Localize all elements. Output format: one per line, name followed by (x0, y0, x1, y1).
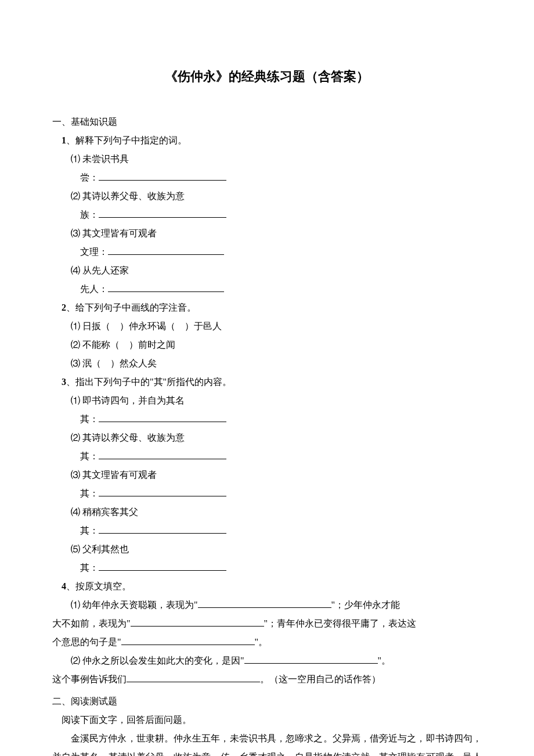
q4-1-blank1[interactable] (198, 599, 331, 608)
q1-3-label: ⑶ 其文理皆有可观者 (52, 224, 482, 243)
q1-1-label: ⑴ 未尝识书具 (52, 150, 482, 168)
q4-2c: 这个事例告诉我们 (52, 674, 127, 684)
q1-1-fieldname: 尝： (80, 172, 99, 182)
q3-2-blank[interactable] (99, 450, 226, 459)
q3-5-label: ⑸ 父利其然也 (52, 540, 482, 559)
q2-3: ⑶ 泯（ ）然众人矣 (52, 354, 482, 373)
q4-1-blank2[interactable] (131, 617, 264, 627)
q4-text: 、按原文填空。 (66, 581, 131, 591)
q3-2-field: 其： (52, 447, 482, 466)
q4-1-line3: 个意思的句子是""。 (52, 633, 482, 651)
q3-4-blank[interactable] (99, 524, 226, 534)
q2-1: ⑴ 日扳（ ）仲永环谒（ ）于邑人 (52, 317, 482, 336)
q1-3-blank[interactable] (108, 246, 224, 255)
q4-1-blank3[interactable] (121, 636, 255, 645)
q4-2-blank1[interactable] (244, 654, 378, 664)
q2-number: 2 (62, 303, 66, 312)
q3-5-fieldname: 其： (80, 563, 99, 573)
reading-instruction: 阅读下面文字，回答后面问题。 (52, 711, 482, 729)
q2-heading: 2、给下列句子中画线的字注音。 (52, 298, 482, 317)
q1-1-field: 尝： (52, 168, 482, 187)
q4-1d: "；青年仲永已变得很平庸了，表达这 (264, 618, 417, 628)
section-2-heading: 二、阅读测试题 (52, 692, 482, 711)
q1-4-blank[interactable] (108, 283, 224, 292)
q4-1e: 个意思的句子是" (52, 637, 121, 647)
q3-heading: 3、指出下列句子中的"其"所指代的内容。 (52, 373, 482, 391)
q3-3-fieldname: 其： (80, 488, 99, 498)
q3-1-blank[interactable] (99, 413, 226, 422)
q3-4-label: ⑷ 稍稍宾客其父 (52, 503, 482, 521)
q1-2-field: 族： (52, 206, 482, 224)
q3-3-label: ⑶ 其文理皆有可观者 (52, 466, 482, 484)
q1-4-label: ⑷ 从先人还家 (52, 261, 482, 280)
q1-2-label: ⑵ 其诗以养父母、收族为意 (52, 187, 482, 206)
q3-4-fieldname: 其： (80, 525, 99, 535)
q1-4-fieldname: 先人： (80, 284, 108, 294)
q3-text: 、指出下列句子中的"其"所指代的内容。 (66, 377, 232, 387)
q3-5-blank[interactable] (99, 561, 226, 571)
q4-1a: ⑴ 幼年仲永天资聪颖，表现为" (71, 600, 198, 610)
section-1-heading: 一、基础知识题 (52, 113, 482, 131)
q4-1c: 大不如前，表现为" (52, 618, 131, 628)
q2-2: ⑵ 不能称（ ）前时之闻 (52, 336, 482, 354)
q1-3-field: 文理： (52, 243, 482, 261)
q1-2-fieldname: 族： (80, 210, 99, 219)
q4-1f: "。 (255, 637, 268, 647)
q4-number: 4 (62, 581, 66, 591)
q1-2-blank[interactable] (99, 208, 226, 218)
q3-5-field: 其： (52, 559, 482, 577)
q3-2-fieldname: 其： (80, 451, 99, 461)
q1-3-fieldname: 文理： (80, 247, 108, 257)
q4-2b: "。 (378, 656, 391, 665)
q3-4-field: 其： (52, 521, 482, 540)
q1-1-blank[interactable] (99, 171, 226, 181)
q2-text: 、给下列句子中画线的字注音。 (66, 303, 196, 312)
q4-heading: 4、按原文填空。 (52, 577, 482, 596)
q3-3-field: 其： (52, 484, 482, 503)
q3-3-blank[interactable] (99, 487, 226, 496)
q3-1-label: ⑴ 即书诗四句，并自为其名 (52, 391, 482, 410)
q3-2-label: ⑵ 其诗以养父母、收族为意 (52, 429, 482, 447)
q1-heading: 1、解释下列句子中指定的词。 (52, 131, 482, 150)
q1-4-field: 先人： (52, 280, 482, 298)
q3-1-field: 其： (52, 410, 482, 429)
q4-1-line2: 大不如前，表现为""；青年仲永已变得很平庸了，表达这 (52, 614, 482, 633)
q1-text: 、解释下列句子中指定的词。 (66, 135, 187, 145)
q4-2d: 。（这一空用自己的话作答） (260, 674, 381, 684)
passage-1: 金溪民方仲永，世隶耕。仲永生五年，未尝识书具，忽啼求之。父异焉，借旁近与之，即书… (52, 729, 482, 756)
q4-1-line1: ⑴ 幼年仲永天资聪颖，表现为""；少年仲永才能 (52, 596, 482, 614)
q3-number: 3 (62, 377, 66, 387)
q3-1-fieldname: 其： (80, 414, 99, 424)
q4-1b: "；少年仲永才能 (331, 600, 400, 610)
q1-number: 1 (62, 135, 66, 145)
q4-2-blank2[interactable] (127, 673, 260, 682)
page-title: 《伤仲永》的经典练习题（含答案） (52, 64, 482, 89)
q4-2a: ⑵ 仲永之所以会发生如此大的变化，是因" (71, 656, 244, 665)
q4-2-line2: 这个事例告诉我们。（这一空用自己的话作答） (52, 670, 482, 689)
q4-2-line1: ⑵ 仲永之所以会发生如此大的变化，是因""。 (52, 651, 482, 670)
